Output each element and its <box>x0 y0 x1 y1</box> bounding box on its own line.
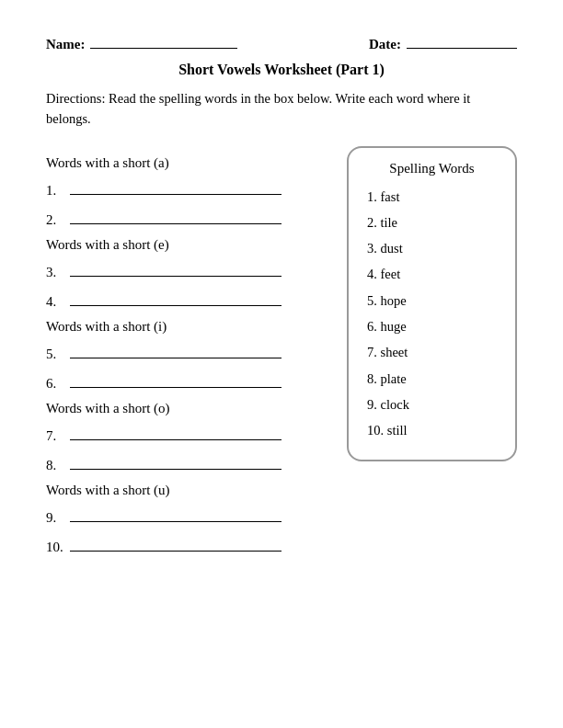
worksheet-title: Short Vowels Worksheet (Part 1) <box>46 62 517 78</box>
category-label: Words with a short (e) <box>46 237 328 253</box>
line-number: 2. <box>46 212 64 228</box>
category-label: Words with a short (a) <box>46 155 328 171</box>
word-line-row: 3. <box>46 260 328 280</box>
write-line[interactable] <box>70 506 282 522</box>
category-label: Words with a short (i) <box>46 319 328 335</box>
write-line[interactable] <box>70 208 282 224</box>
spelling-item: 1. fast <box>367 188 497 206</box>
spelling-item: 6. huge <box>367 317 497 336</box>
write-line[interactable] <box>70 371 282 388</box>
line-number: 7. <box>46 428 64 444</box>
line-number: 4. <box>46 294 64 310</box>
spelling-box: Spelling Words 1. fast2. tile3. dust4. f… <box>347 146 517 462</box>
word-line-row: 1. <box>46 178 328 199</box>
word-line-row: 7. <box>46 424 328 444</box>
word-line-row: 2. <box>46 208 328 228</box>
spelling-box-title: Spelling Words <box>367 161 497 176</box>
write-line[interactable] <box>70 342 282 358</box>
spelling-item: 4. feet <box>367 265 497 283</box>
word-line-row: 10. <box>46 535 328 555</box>
write-line[interactable] <box>70 453 282 470</box>
line-number: 1. <box>46 183 64 199</box>
spelling-item: 8. plate <box>367 370 497 388</box>
spelling-item: 3. dust <box>367 239 497 257</box>
line-number: 5. <box>46 347 64 362</box>
name-label: Name: <box>46 37 85 52</box>
word-line-row: 9. <box>46 506 328 526</box>
line-number: 3. <box>46 265 64 280</box>
spelling-item: 5. hope <box>367 291 497 310</box>
line-number: 9. <box>46 510 64 526</box>
write-line[interactable] <box>70 290 282 306</box>
left-section: Words with a short (a)1.2.Words with a s… <box>46 146 328 564</box>
spelling-item: 2. tile <box>367 213 497 232</box>
write-line[interactable] <box>70 178 282 195</box>
directions-text: Directions: Read the spelling words in t… <box>46 89 517 130</box>
spelling-list: 1. fast2. tile3. dust4. feet5. hope6. hu… <box>367 188 497 440</box>
word-line-row: 4. <box>46 290 328 310</box>
header-row: Name: Date: <box>46 37 517 52</box>
category-label: Words with a short (u) <box>46 483 328 498</box>
date-underline[interactable] <box>407 48 517 49</box>
spelling-item: 9. clock <box>367 395 497 414</box>
write-line[interactable] <box>70 260 282 277</box>
name-underline[interactable] <box>90 48 237 49</box>
spelling-item: 10. still <box>367 421 497 439</box>
write-line[interactable] <box>70 535 282 552</box>
write-line[interactable] <box>70 424 282 440</box>
date-label: Date: <box>369 37 401 52</box>
line-number: 8. <box>46 458 64 473</box>
word-line-row: 5. <box>46 342 328 362</box>
spelling-item: 7. sheet <box>367 343 497 361</box>
name-field: Name: <box>46 37 237 52</box>
date-field: Date: <box>369 37 517 52</box>
line-number: 10. <box>46 540 64 555</box>
content-area: Words with a short (a)1.2.Words with a s… <box>46 146 517 564</box>
category-label: Words with a short (o) <box>46 401 328 416</box>
word-line-row: 8. <box>46 453 328 473</box>
word-line-row: 6. <box>46 371 328 392</box>
line-number: 6. <box>46 376 64 392</box>
